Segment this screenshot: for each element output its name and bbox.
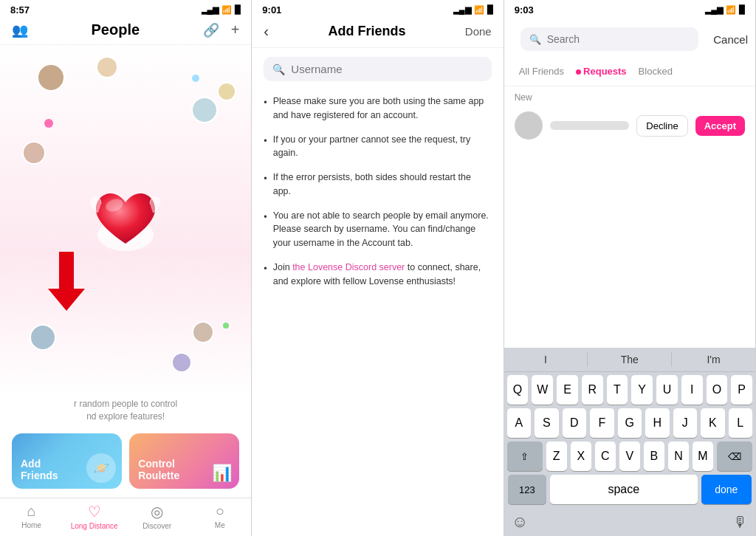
key-l[interactable]: L [729,408,752,438]
instructions-list: • Please make sure you are both using th… [252,90,503,536]
tab-blocked[interactable]: Blocked [633,63,678,80]
key-i[interactable]: I [681,375,703,405]
avatar-float-5 [30,324,56,351]
tab-all-friends[interactable]: All Friends [513,63,570,80]
key-f[interactable]: F [590,408,614,438]
avatar-float-8 [217,82,236,101]
key-a[interactable]: A [507,408,531,438]
people-header: 👥 People 🔗 + [0,18,251,45]
key-r[interactable]: R [582,375,603,405]
key-x[interactable]: X [571,441,591,471]
request-row: Decline Accept [504,106,755,145]
key-g[interactable]: G [618,408,642,438]
avatar-float-6 [192,321,214,343]
username-input[interactable] [291,63,482,75]
key-t[interactable]: T [607,375,628,405]
header-actions: 🔗 + [203,21,240,38]
suggestion-3[interactable]: I'm [672,352,755,367]
key-h[interactable]: H [645,408,669,438]
wifi-icon-2: 📶 [474,5,484,15]
key-n[interactable]: N [668,441,689,471]
mic-key[interactable]: 🎙 [733,514,748,531]
key-row-3: ⇧ Z X C V B N M ⌫ [507,441,752,471]
key-k[interactable]: K [701,408,724,438]
dot-green [223,323,229,329]
accept-button[interactable]: Accept [695,116,745,136]
panel-people: 8:57 ▂▄▆ 📶 ▉ 👥 People 🔗 + [0,0,252,536]
done-key[interactable]: done [701,475,752,504]
shift-key[interactable]: ⇧ [507,441,543,471]
add-icon[interactable]: + [231,21,240,38]
key-z[interactable]: Z [546,441,567,471]
discord-link[interactable]: the Lovense Discord server [292,262,405,272]
status-bar-3: 9:03 ▂▄▆ 📶 ▉ [504,0,755,18]
avatar-float-7 [171,352,192,373]
heart-illustration [85,183,166,257]
back-button[interactable]: ‹ [264,23,269,40]
home-icon: ⌂ [27,503,35,520]
search-input-3[interactable] [547,33,690,45]
key-c[interactable]: C [595,441,616,471]
key-d[interactable]: D [563,408,586,438]
key-u[interactable]: U [656,375,678,405]
panel-requests: 9:03 ▂▄▆ 📶 ▉ 🔍 Cancel All Friends Reques… [504,0,756,536]
delete-key[interactable]: ⌫ [717,441,752,471]
cancel-button[interactable]: Cancel [713,33,748,46]
battery-icon-3: ▉ [739,5,745,15]
numbers-key[interactable]: 123 [508,475,546,504]
me-icon: ○ [216,503,224,520]
space-key[interactable]: space [550,475,698,504]
svg-marker-2 [48,252,85,311]
avatar-float-1 [37,63,65,92]
instruction-1: • Please make sure you are both using th… [264,95,491,123]
key-w[interactable]: W [532,375,553,405]
add-friends-button[interactable]: Add Friends 🪐 [12,433,122,489]
done-button[interactable]: Done [465,25,492,38]
hero-illustration [0,45,251,395]
avatar-float-3 [191,97,218,123]
avatar-float-4 [22,141,46,165]
arrow-indicator [44,252,89,314]
key-j[interactable]: J [673,408,697,438]
battery-icon-1: ▉ [235,5,241,15]
time-1: 8:57 [10,4,30,16]
signal-icon-3: ▂▄▆ [705,5,723,15]
link-icon[interactable]: 🔗 [203,22,219,38]
time-3: 9:03 [515,4,534,16]
requester-username [550,121,630,130]
key-e[interactable]: E [557,375,578,405]
suggestion-1[interactable]: I [504,352,588,367]
time-2: 9:01 [262,4,281,16]
key-b[interactable]: B [644,441,664,471]
tab-home[interactable]: ⌂ Home [0,503,63,530]
key-m[interactable]: M [693,441,713,471]
tab-long-distance[interactable]: ♡ Long Distance [63,503,126,530]
control-roulette-button[interactable]: Control Roulette 📊 [129,433,239,489]
key-o[interactable]: O [707,375,728,405]
action-buttons: Add Friends 🪐 Control Roulette 📊 [0,429,251,498]
username-search[interactable]: 🔍 [264,57,491,81]
tab-discover[interactable]: ◎ Discover [126,503,188,530]
emoji-key[interactable]: ☺ [512,512,528,532]
key-row-2: A S D F G H J K L [507,408,752,438]
instruction-4: • You are not able to search people by e… [264,209,491,250]
key-s[interactable]: S [535,408,558,438]
tab-me[interactable]: ○ Me [188,503,251,530]
instruction-5: • Join the Lovense Discord server to con… [264,261,491,289]
tab-requests[interactable]: Requests [570,63,633,80]
instruction-3: • If the error persists, both sides shou… [264,171,491,199]
suggestion-2[interactable]: The [588,352,672,367]
key-v[interactable]: V [619,441,640,471]
wifi-icon-3: 📶 [726,5,736,15]
search-bar-3[interactable]: 🔍 [520,27,699,51]
requests-dot [576,69,581,75]
status-icons-2: ▂▄▆ 📶 ▉ [453,5,493,15]
contacts-icon[interactable]: 👥 [12,22,28,38]
decline-button[interactable]: Decline [636,115,687,137]
key-q[interactable]: Q [507,375,529,405]
search-icon-3: 🔍 [529,34,541,45]
key-p[interactable]: P [731,375,752,405]
key-y[interactable]: Y [631,375,653,405]
discover-icon: ◎ [151,503,163,520]
requester-avatar [515,111,543,140]
